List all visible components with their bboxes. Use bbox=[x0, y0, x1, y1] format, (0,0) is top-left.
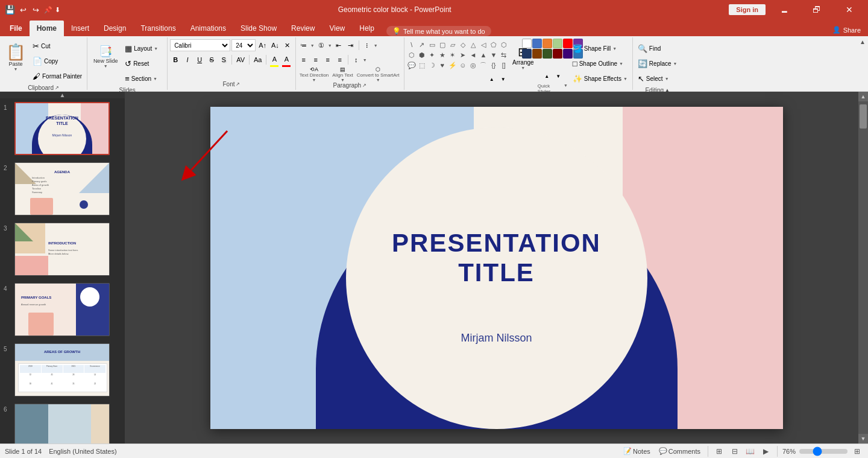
zoom-slider[interactable] bbox=[799, 449, 848, 454]
slide-thumb-2[interactable]: 2 AGENDA IntroductionPrimary goalsAreas … bbox=[0, 159, 125, 219]
tab-view[interactable]: View bbox=[322, 21, 352, 36]
find-button[interactable]: 🔍 Find bbox=[635, 41, 680, 56]
reset-button[interactable]: ↺ Reset bbox=[122, 56, 165, 71]
highlight-button[interactable]: A bbox=[269, 53, 280, 65]
decrease-font-button[interactable]: A↓ bbox=[269, 39, 281, 51]
canvas-scroll-up-button[interactable]: ▲ bbox=[858, 92, 868, 101]
shape-line[interactable]: \ bbox=[407, 40, 417, 49]
section-button[interactable]: ≡ Section ▼ bbox=[122, 71, 165, 86]
custom-toolbar-icon[interactable]: ⬇ bbox=[55, 6, 60, 14]
align-right-button[interactable]: ≡ bbox=[322, 54, 333, 66]
shape-arrow-u[interactable]: ▲ bbox=[479, 50, 488, 60]
comments-button[interactable]: 💬 Comments bbox=[656, 447, 703, 456]
tab-review[interactable]: Review bbox=[284, 21, 322, 36]
fit-slide-button[interactable]: ⊞ bbox=[851, 447, 863, 456]
shape-arrow-line[interactable]: ↗ bbox=[417, 40, 427, 49]
layout-button[interactable]: ▦ Layout ▼ bbox=[122, 41, 165, 56]
shape-star5[interactable]: ★ bbox=[438, 50, 447, 60]
share-button[interactable]: 👤 Share bbox=[825, 24, 868, 36]
shape-diamond[interactable]: ◇ bbox=[458, 40, 468, 49]
qs-swatch-1[interactable] bbox=[522, 39, 532, 48]
shadow-button[interactable]: S bbox=[218, 54, 229, 66]
shapes-scroll-down[interactable]: ▼ bbox=[498, 73, 509, 85]
normal-view-button[interactable]: ⊞ bbox=[713, 447, 725, 456]
font-color-button[interactable]: A bbox=[281, 53, 292, 65]
qs-swatch-2[interactable] bbox=[532, 39, 542, 48]
slideshow-button[interactable]: ▶ bbox=[760, 447, 772, 456]
line-spacing-button[interactable]: ↕ bbox=[351, 54, 362, 66]
bullets-button[interactable]: ≔ bbox=[298, 39, 309, 51]
increase-font-button[interactable]: A↑ bbox=[257, 39, 268, 51]
format-painter-button[interactable]: 🖌 Format Painter bbox=[30, 69, 84, 83]
qs-swatch-10[interactable] bbox=[553, 49, 562, 59]
signin-button[interactable]: Sign in bbox=[729, 4, 766, 15]
shape-star4[interactable]: ✦ bbox=[427, 50, 437, 60]
shape-arrow-r[interactable]: ➤ bbox=[458, 50, 468, 60]
tab-design[interactable]: Design bbox=[96, 21, 133, 36]
tab-transitions[interactable]: Transitions bbox=[133, 21, 183, 36]
paragraph-expand-icon[interactable]: ↗ bbox=[362, 83, 366, 88]
tab-animations[interactable]: Animations bbox=[183, 21, 233, 36]
char-spacing-button[interactable]: AV bbox=[234, 54, 247, 66]
cut-button[interactable]: ✂ Cut bbox=[30, 39, 84, 53]
canvas-scroll-thumb[interactable] bbox=[860, 104, 867, 129]
qs-swatch-7[interactable] bbox=[522, 49, 532, 59]
shape-lightning[interactable]: ⚡ bbox=[448, 60, 458, 70]
notes-button[interactable]: 📝 Notes bbox=[621, 447, 653, 456]
shape-fill-button[interactable]: 🪣 Shape Fill ▼ bbox=[570, 41, 630, 56]
shape-smiley[interactable]: ☺ bbox=[458, 60, 468, 70]
shape-pentagon[interactable]: ⬠ bbox=[489, 40, 498, 49]
shape-bracket[interactable]: [] bbox=[499, 60, 509, 70]
underline-button[interactable]: U bbox=[194, 54, 205, 66]
font-expand-icon[interactable]: ↗ bbox=[236, 81, 240, 87]
indent-inc-button[interactable]: ⇥ bbox=[345, 39, 356, 51]
strikethrough-button[interactable]: S bbox=[206, 54, 217, 66]
replace-button[interactable]: 🔄 Replace ▼ bbox=[635, 56, 680, 71]
qs-swatch-8[interactable] bbox=[532, 49, 542, 59]
clear-format-button[interactable]: ✕ bbox=[282, 39, 293, 51]
tell-me-input[interactable]: 💡 Tell me what you want to do bbox=[386, 26, 491, 36]
reading-view-button[interactable]: 📖 bbox=[744, 447, 756, 456]
shape-hexagon[interactable]: ⬡ bbox=[499, 40, 509, 49]
tab-insert[interactable]: Insert bbox=[64, 21, 96, 36]
shape-effects-button[interactable]: ✨ Shape Effects ▼ bbox=[570, 71, 630, 86]
shape-heart[interactable]: ♥ bbox=[438, 60, 447, 70]
tab-file[interactable]: File bbox=[2, 21, 30, 36]
font-size-select[interactable]: 24 bbox=[231, 39, 256, 51]
qs-up-button[interactable]: ▲ bbox=[541, 70, 552, 82]
text-direction-button[interactable]: ⟲A Text Direction ▼ bbox=[298, 66, 330, 83]
shape-snip-rect[interactable]: ▱ bbox=[448, 40, 458, 49]
shape-donut[interactable]: ◎ bbox=[468, 60, 478, 70]
justify-button[interactable]: ≡ bbox=[335, 54, 345, 66]
shape-process[interactable]: ⬚ bbox=[417, 60, 427, 70]
slide-subtitle[interactable]: Mirjam Nilsson bbox=[461, 332, 532, 345]
qs-swatch-4[interactable] bbox=[553, 39, 562, 48]
restore-button[interactable]: 🗗 bbox=[803, 1, 831, 18]
slide-title[interactable]: PRESENTATION TITLE bbox=[392, 229, 601, 287]
tab-home[interactable]: Home bbox=[30, 21, 64, 36]
shapes-scroll-up[interactable]: ▲ bbox=[486, 73, 497, 85]
clipboard-expand-icon[interactable]: ↗ bbox=[55, 85, 59, 91]
shape-2arrow[interactable]: ⇆ bbox=[499, 50, 509, 60]
ribbon-collapse-button[interactable]: ▲ bbox=[860, 39, 866, 45]
canvas-scroll-down-button[interactable]: ▼ bbox=[858, 434, 868, 444]
convert-smartart-button[interactable]: ⬡ Convert to SmartArt ▼ bbox=[356, 66, 401, 83]
align-text-button[interactable]: ▤ Align Text ▼ bbox=[331, 66, 354, 83]
slide-thumb-5[interactable]: 5 AREAS OF GROWTH 2019 Primary Store 202… bbox=[0, 340, 125, 400]
new-slide-button[interactable]: 📑 New Slide ▼ bbox=[90, 39, 121, 75]
qs-swatch-9[interactable] bbox=[542, 49, 552, 59]
cols-button[interactable]: ⫶ bbox=[362, 39, 373, 51]
shape-rect[interactable]: ▭ bbox=[427, 40, 437, 49]
slide-thumb-4[interactable]: 4 PRIMARY GOALS Annual revenue growth bbox=[0, 279, 125, 340]
qs-down-button[interactable]: ▼ bbox=[553, 70, 564, 82]
paste-button[interactable]: 📋 Paste ▼ bbox=[2, 39, 29, 76]
change-case-button[interactable]: Aa bbox=[252, 54, 263, 66]
undo-button[interactable]: ↩ bbox=[17, 4, 29, 16]
shape-brace[interactable]: {} bbox=[489, 60, 498, 70]
shape-arrow-l[interactable]: ◄ bbox=[468, 50, 478, 60]
slide-thumb-3[interactable]: 3 INTRODUCTION Some introduction text he… bbox=[0, 219, 125, 279]
shape-triangle[interactable]: △ bbox=[468, 40, 478, 49]
minimize-button[interactable]: 🗕 bbox=[770, 1, 798, 18]
shape-rtriangle[interactable]: ◁ bbox=[479, 40, 488, 49]
numbering-button[interactable]: ① bbox=[316, 39, 327, 51]
